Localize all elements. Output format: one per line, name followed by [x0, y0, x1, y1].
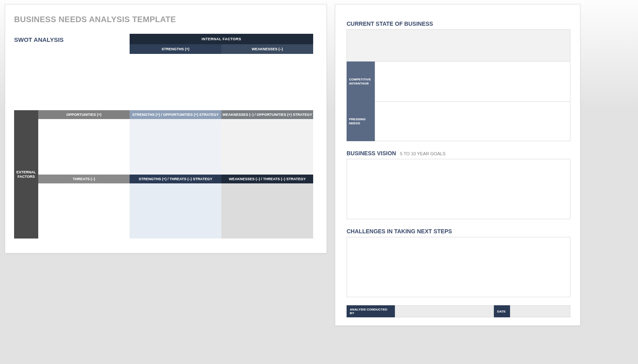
blank-cell: [14, 54, 38, 110]
so-strategy-header: STRENGTHS (+) / OPPORTUNITIES (+) STRATE…: [130, 110, 221, 119]
page-right: CURRENT STATE OF BUSINESS COMPETITIVE AD…: [335, 4, 580, 326]
business-vision-body[interactable]: [347, 159, 570, 219]
pressing-needs-row: PRESSING NEEDS: [347, 102, 570, 141]
st-strategy-body[interactable]: [130, 183, 221, 239]
threats-body[interactable]: [38, 183, 130, 239]
pressing-needs-body[interactable]: [375, 102, 570, 141]
blank-cell: [14, 44, 38, 54]
weaknesses-header: WEAKNESSES (–): [221, 44, 313, 54]
wo-strategy-body[interactable]: [221, 119, 313, 175]
external-factors-label: EXTERNAL FACTORS: [14, 110, 38, 239]
wo-strategy-header: WEAKNESSES (–) / OPPORTUNITIES (+) STRAT…: [221, 110, 313, 119]
so-strategy-body[interactable]: [130, 119, 221, 175]
weaknesses-body[interactable]: [221, 54, 313, 110]
business-vision-label: BUSINESS VISION: [347, 150, 396, 156]
pressing-needs-label: PRESSING NEEDS: [347, 102, 375, 141]
challenges-body[interactable]: [347, 237, 570, 297]
opportunities-body[interactable]: [38, 119, 130, 175]
business-vision-sub: 5 TO 10 YEAR GOALS: [400, 151, 446, 156]
st-strategy-header: STRENGTHS (+) / THREATS (–) STRATEGY: [130, 175, 221, 183]
wt-strategy-header: WEAKNESSES (–) / THREATS (–) STRATEGY: [221, 175, 313, 183]
challenges-heading: CHALLENGES IN TAKING NEXT STEPS: [347, 228, 570, 234]
date-label: DATE: [494, 305, 510, 317]
business-vision-heading: BUSINESS VISION 5 TO 10 YEAR GOALS: [347, 150, 570, 156]
analysis-conducted-by-label: ANALYSIS CONDUCTED BY: [347, 305, 395, 317]
footer-row: ANALYSIS CONDUCTED BY DATE: [347, 305, 570, 317]
swot-heading: SWOT ANALYSIS: [14, 36, 64, 43]
wt-strategy-body[interactable]: [221, 183, 313, 239]
page-left: BUSINESS NEEDS ANALYSIS TEMPLATE SWOT AN…: [5, 4, 327, 253]
swot-table: INTERNAL FACTORS STRENGTHS (+) WEAKNESSE…: [14, 34, 313, 239]
competitive-advantage-body[interactable]: [375, 62, 570, 102]
blank-cell: [38, 54, 130, 110]
internal-factors-header: INTERNAL FACTORS: [130, 34, 313, 44]
competitive-advantage-label: COMPETITIVE ADVANTAGE: [347, 62, 375, 102]
document-title: BUSINESS NEEDS ANALYSIS TEMPLATE: [14, 15, 318, 24]
opportunities-header: OPPORTUNITIES (+): [38, 110, 130, 119]
threats-header: THREATS (–): [38, 175, 130, 183]
strengths-header: STRENGTHS (+): [130, 44, 221, 54]
date-input[interactable]: [510, 305, 570, 317]
blank-cell: [38, 44, 130, 54]
swot-section: SWOT ANALYSIS INTERNAL FACTORS STRENGTHS…: [14, 34, 318, 239]
current-state-heading: CURRENT STATE OF BUSINESS: [347, 21, 570, 27]
current-state-body[interactable]: [347, 29, 570, 62]
analysis-conducted-by-input[interactable]: [395, 305, 494, 317]
competitive-advantage-row: COMPETITIVE ADVANTAGE: [347, 62, 570, 102]
strengths-body[interactable]: [130, 54, 221, 110]
